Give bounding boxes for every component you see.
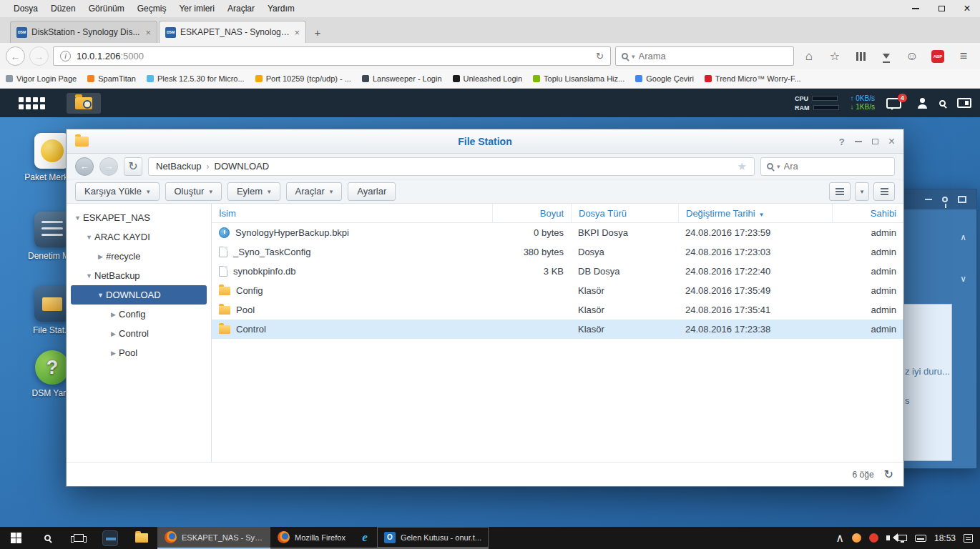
minimize-window-button[interactable]	[903, 0, 928, 17]
bookmark-port[interactable]: Port 10259 (tcp/udp) - ...	[255, 74, 351, 83]
bookmark-lansweeper[interactable]: Lansweeper - Login	[362, 74, 442, 83]
forward-button[interactable]	[29, 46, 49, 66]
breadcrumb-download[interactable]: DOWNLOAD	[215, 161, 270, 172]
chevron-right-icon[interactable]	[95, 253, 106, 260]
minimize-button[interactable]	[855, 141, 862, 142]
bookmark-spamtitan[interactable]: SpamTitan	[87, 74, 136, 83]
tree-item-arac-kaydi[interactable]: ARAC KAYDI	[67, 227, 211, 247]
action-button[interactable]: Eylem	[227, 182, 280, 201]
user-menu-button[interactable]	[917, 98, 928, 109]
menu-tools[interactable]: Araçlar	[221, 0, 261, 17]
file-row-highlighted[interactable]: Control Klasör 24.08.2016 17:23:38 admin	[212, 320, 903, 339]
favorite-star-icon[interactable]	[738, 160, 747, 173]
restore-window-button[interactable]	[928, 0, 954, 17]
fs-search-input[interactable]	[784, 161, 888, 172]
close-button[interactable]	[888, 135, 895, 148]
settings-button[interactable]: Ayarlar	[348, 182, 396, 201]
pin-icon[interactable]	[942, 197, 948, 202]
tab-diskstation[interactable]: DiskStation - Synology Dis...	[10, 21, 157, 43]
taskbar-search-button[interactable]	[31, 527, 63, 549]
fs-forward-button[interactable]	[99, 157, 118, 176]
path-bar[interactable]: NetBackup DOWNLOAD	[148, 157, 755, 176]
bookmark-google-translate[interactable]: Google Çeviri	[635, 74, 694, 83]
tab-eskapet-nas[interactable]: ESKAPET_NAS - Synology ...	[159, 21, 306, 43]
volume-icon[interactable]	[886, 535, 890, 540]
url-bar[interactable]: 10.0.1.206 :5000	[53, 46, 611, 66]
file-row[interactable]: SynologyHyperBackup.bkpi 0 bytes BKPI Do…	[212, 223, 903, 242]
resource-monitor[interactable]: CPU RAM	[795, 95, 839, 112]
search-bar[interactable]	[615, 46, 794, 66]
tree-item-control[interactable]: Control	[67, 324, 211, 343]
open-app-file-station[interactable]	[67, 93, 101, 114]
network-icon[interactable]	[898, 535, 907, 541]
column-type[interactable]: Dosya Türü	[571, 204, 678, 223]
bookmark-star-button[interactable]	[824, 46, 846, 66]
reload-icon[interactable]	[596, 51, 604, 61]
chevron-right-icon[interactable]	[108, 350, 119, 357]
create-button[interactable]: Oluştur	[165, 182, 222, 201]
fs-refresh-button[interactable]	[124, 157, 142, 176]
chevron-down-icon[interactable]	[84, 234, 94, 241]
tools-button[interactable]: Araçlar	[286, 182, 343, 201]
new-tab-button[interactable]	[308, 23, 328, 41]
chevron-down-icon[interactable]	[84, 272, 94, 280]
upload-button[interactable]: Karşıya Yükle	[75, 182, 160, 201]
tab-close-icon[interactable]	[294, 27, 300, 38]
pinned-app-button[interactable]	[94, 527, 126, 549]
fs-back-button[interactable]	[75, 157, 94, 176]
sort-button[interactable]	[873, 182, 895, 201]
taskbar-app-outlook[interactable]: Gelen Kutusu - onur.t...	[377, 527, 489, 549]
library-button[interactable]	[850, 46, 871, 66]
breadcrumb-netbackup[interactable]: NetBackup	[156, 161, 202, 172]
refresh-icon[interactable]	[884, 468, 893, 481]
column-size[interactable]: Boyut	[492, 204, 571, 223]
action-center-icon[interactable]	[964, 534, 973, 543]
notifications-button[interactable]: 4	[886, 98, 901, 109]
feedback-smiley-button[interactable]	[901, 46, 923, 66]
adblock-plus-button[interactable]	[927, 46, 949, 66]
column-name[interactable]: İsim	[212, 204, 492, 223]
menu-file[interactable]: Dosya	[7, 0, 44, 17]
file-row[interactable]: synobkpinfo.db 3 KB DB Dosya 24.08.2016 …	[212, 262, 903, 281]
help-button[interactable]	[839, 135, 845, 148]
taskbar-clock[interactable]: 18:53	[934, 533, 956, 543]
maximize-button[interactable]	[872, 139, 878, 144]
menu-bookmarks[interactable]: Yer imleri	[172, 0, 221, 17]
tree-item-netbackup[interactable]: NetBackup	[67, 266, 211, 285]
bookmark-vigor[interactable]: Vigor Login Page	[6, 74, 77, 83]
menu-view[interactable]: Görünüm	[82, 0, 131, 17]
scroll-down-icon[interactable]	[960, 274, 966, 284]
dsm-search-button[interactable]	[939, 100, 946, 107]
bookmark-trend-micro[interactable]: Trend Micro™ Worry-F...	[705, 74, 801, 83]
tree-item-config[interactable]: Config	[67, 305, 211, 324]
bookmark-plesk[interactable]: Plesk 12.5.30 for Micro...	[147, 74, 245, 83]
minimize-icon[interactable]	[925, 199, 932, 200]
file-explorer-button[interactable]	[126, 527, 157, 549]
bookmark-toplu-lisanslama[interactable]: Toplu Lisanslama Hiz...	[533, 74, 624, 83]
file-station-titlebar[interactable]: File Station	[67, 129, 903, 154]
scroll-up-icon[interactable]	[960, 232, 966, 242]
taskbar-app-firefox-eskapet[interactable]: ESKAPET_NAS - Synol...	[157, 527, 270, 549]
hidden-icons-chevron[interactable]	[836, 531, 844, 545]
tree-item-recycle[interactable]: #recycle	[67, 247, 211, 266]
view-options-caret[interactable]	[855, 182, 869, 201]
open-menu-button[interactable]	[953, 46, 974, 66]
scroll-arrows[interactable]	[960, 232, 966, 284]
touch-keyboard-icon[interactable]	[915, 535, 926, 542]
menu-history[interactable]: Geçmiş	[131, 0, 173, 17]
chevron-right-icon[interactable]	[108, 311, 119, 318]
pilot-view-button[interactable]	[957, 98, 971, 108]
chevron-right-icon[interactable]	[108, 330, 119, 337]
panel-icon[interactable]	[958, 196, 966, 203]
chevron-down-icon[interactable]	[72, 214, 83, 222]
tree-item-pool[interactable]: Pool	[67, 343, 211, 362]
file-row[interactable]: Pool Klasör 24.08.2016 17:35:41 admin	[212, 300, 903, 320]
tray-firefox-icon[interactable]	[852, 533, 861, 543]
taskbar-app-firefox[interactable]: Mozilla Firefox	[270, 527, 353, 549]
column-date[interactable]: Değiştirme Tarihi	[678, 204, 832, 223]
menu-help[interactable]: Yardım	[261, 0, 301, 17]
search-engine-caret-icon[interactable]	[632, 53, 635, 60]
back-button[interactable]	[6, 46, 25, 66]
tree-item-eskapet-nas[interactable]: ESKAPET_NAS	[67, 208, 211, 227]
start-button[interactable]	[0, 527, 31, 549]
